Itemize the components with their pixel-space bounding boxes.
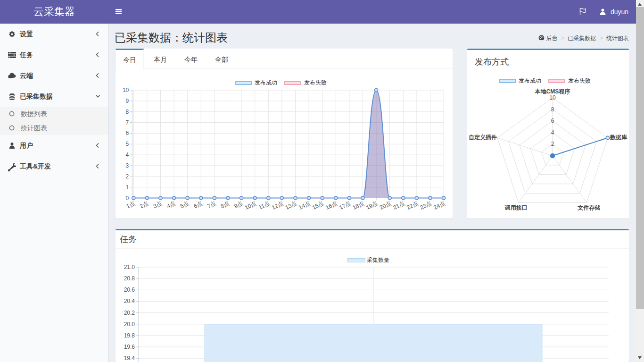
svg-text:16点: 16点 — [325, 200, 339, 210]
svg-text:20.8: 20.8 — [124, 275, 135, 282]
svg-text:调用接口: 调用接口 — [504, 204, 528, 211]
svg-text:10: 10 — [123, 87, 129, 93]
svg-text:17点: 17点 — [338, 200, 352, 210]
svg-text:10点: 10点 — [244, 200, 257, 210]
svg-text:7点: 7点 — [206, 200, 217, 210]
svg-text:19.8: 19.8 — [124, 332, 135, 339]
svg-text:6点: 6点 — [193, 200, 204, 210]
svg-text:20.4: 20.4 — [124, 298, 135, 304]
svg-text:5: 5 — [126, 141, 129, 147]
svg-text:6: 6 — [551, 118, 554, 124]
svg-text:13点: 13点 — [284, 200, 298, 210]
svg-text:3点: 3点 — [152, 200, 163, 210]
svg-text:9点: 9点 — [233, 200, 244, 210]
svg-text:8: 8 — [126, 109, 129, 115]
svg-text:5点: 5点 — [179, 200, 190, 210]
svg-text:21点: 21点 — [392, 200, 406, 210]
svg-text:文件存储: 文件存储 — [577, 204, 600, 211]
svg-text:4点: 4点 — [166, 200, 177, 210]
svg-text:6: 6 — [126, 130, 129, 136]
svg-text:2: 2 — [551, 141, 554, 147]
svg-text:21.0: 21.0 — [124, 264, 135, 270]
svg-text:18点: 18点 — [352, 200, 365, 210]
svg-text:2: 2 — [126, 173, 129, 180]
svg-text:20点: 20点 — [379, 200, 392, 210]
svg-text:4: 4 — [126, 152, 129, 158]
svg-text:15点: 15点 — [311, 200, 325, 210]
svg-text:20.2: 20.2 — [124, 310, 135, 316]
svg-text:12点: 12点 — [271, 200, 284, 210]
svg-text:1点: 1点 — [125, 200, 136, 210]
svg-text:14点: 14点 — [297, 200, 311, 210]
svg-text:22点: 22点 — [405, 200, 419, 210]
svg-text:23点: 23点 — [419, 200, 433, 210]
svg-text:20.6: 20.6 — [124, 286, 135, 293]
svg-text:19.4: 19.4 — [124, 355, 135, 362]
svg-text:10: 10 — [549, 94, 556, 101]
svg-text:8: 8 — [551, 106, 554, 113]
svg-text:20.0: 20.0 — [124, 321, 135, 328]
svg-text:8点: 8点 — [220, 200, 231, 210]
svg-text:1: 1 — [126, 184, 129, 191]
svg-text:4: 4 — [551, 129, 554, 136]
svg-text:数据库: 数据库 — [610, 134, 627, 141]
svg-text:0: 0 — [126, 195, 129, 202]
svg-text:19点: 19点 — [365, 200, 379, 210]
svg-text:24点: 24点 — [432, 200, 446, 210]
svg-text:3: 3 — [126, 162, 129, 169]
svg-text:19.6: 19.6 — [124, 344, 135, 350]
svg-text:本地CMS程序: 本地CMS程序 — [535, 88, 570, 95]
svg-text:11点: 11点 — [257, 200, 271, 210]
svg-text:9: 9 — [126, 98, 129, 104]
svg-text:2点: 2点 — [139, 200, 149, 210]
svg-text:自定义插件: 自定义插件 — [469, 134, 497, 141]
svg-text:7: 7 — [126, 119, 129, 126]
